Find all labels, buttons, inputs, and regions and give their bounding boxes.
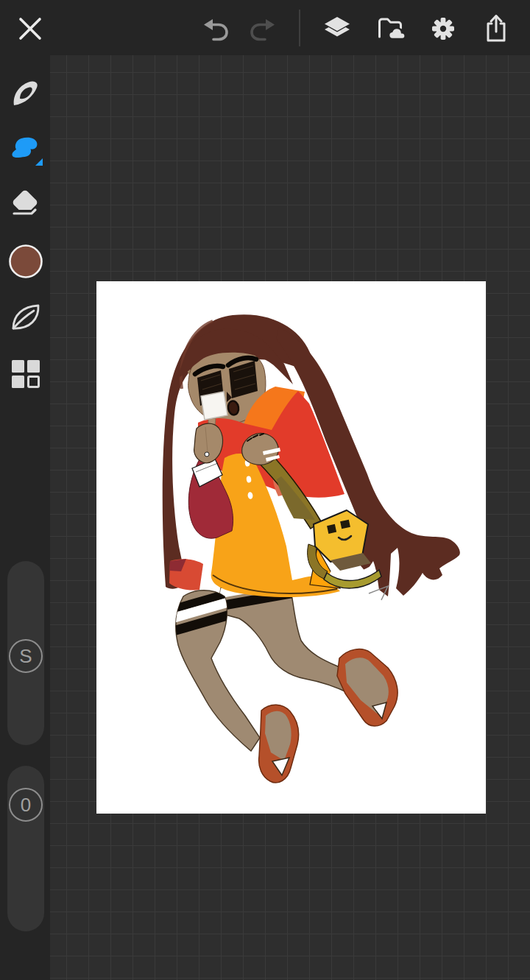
left-sandal [259,705,299,783]
eraser-icon [7,188,44,225]
share-button[interactable] [480,13,512,45]
redo-button[interactable] [247,13,279,45]
opacity-knob-label: 0 [21,795,31,814]
submenu-corner-badge [35,158,43,166]
leaf-icon [7,298,44,335]
tool-leaf[interactable] [7,298,44,335]
opacity-knob[interactable]: 0 [9,788,43,822]
topbar-divider [299,10,300,46]
close-icon [14,13,46,45]
opacity-slider[interactable]: 0 [7,766,44,931]
tool-color-swatch[interactable] [7,243,44,280]
redo-icon [247,13,279,45]
skirt-back-panel [169,559,203,591]
undo-icon [199,13,232,45]
brush-size-slider[interactable]: S [7,561,44,745]
undo-button[interactable] [199,13,232,45]
gallery-button[interactable] [374,13,406,45]
share-icon [480,13,512,45]
settings-button[interactable] [427,13,459,45]
left-toolbar: S 0 [0,55,50,980]
tool-brush[interactable] [7,76,44,113]
brush-size-knob[interactable]: S [9,639,43,673]
tool-shapes-grid[interactable] [7,356,44,392]
layers-icon [321,13,353,45]
layers-button[interactable] [321,13,353,45]
right-sandal [337,649,398,726]
tool-paint-blob-active[interactable] [7,131,44,168]
drawing-canvas[interactable] [96,281,486,814]
folder-cloud-icon [374,13,406,45]
paint-blob-icon [7,131,44,168]
color-swatch-circle [7,243,44,280]
topbar [0,0,530,55]
gear-icon [427,13,459,45]
brush-size-knob-label: S [19,646,32,666]
brush-nib-icon [7,76,44,113]
paint-blob-shape [12,138,37,158]
artwork-illustration [96,281,486,814]
tool-eraser[interactable] [7,188,44,225]
close-button[interactable] [14,13,46,45]
grid-2x2-icon [7,356,44,392]
